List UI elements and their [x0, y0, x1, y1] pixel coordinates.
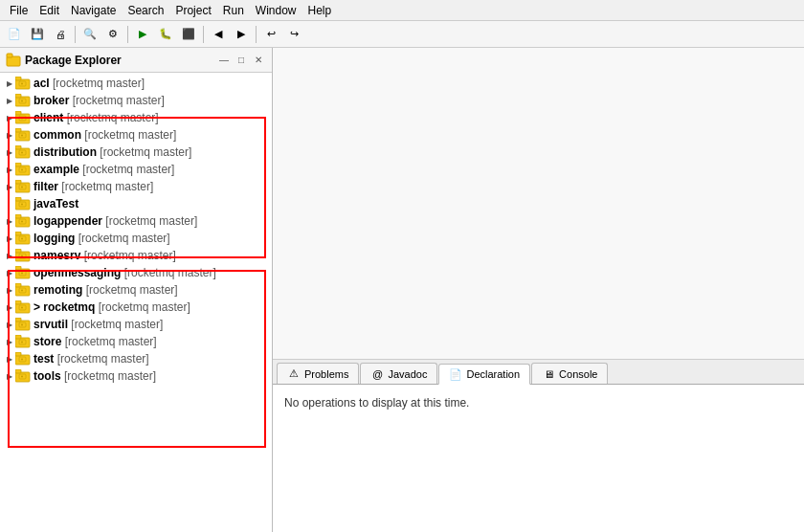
tree-item-rocketmq[interactable]: ▶ > rocketmq [rocketmq master] [0, 299, 272, 316]
tree-item-javaTest[interactable]: javaTest [0, 195, 272, 212]
svg-rect-23 [15, 163, 21, 166]
svg-point-9 [21, 100, 23, 102]
tree-label-example: example [rocketmq master] [34, 163, 174, 176]
svg-rect-1 [7, 54, 12, 57]
toolbar-new[interactable]: 📄 [4, 24, 25, 45]
tree-arrow-client: ▶ [4, 112, 15, 123]
tree-arrow-test: ▶ [4, 353, 15, 365]
menu-run[interactable]: Run [217, 2, 250, 19]
tree-item-common[interactable]: ▶ common [rocketmq master] [0, 126, 272, 144]
tree-folder-icon-example [15, 162, 31, 177]
toolbar-redo[interactable]: ↪ [283, 24, 304, 45]
tab-problems[interactable]: ⚠Problems [277, 363, 359, 384]
svg-point-65 [21, 342, 23, 344]
tree-folder-icon-tools [15, 368, 31, 384]
toolbar-print[interactable]: 🖨 [50, 24, 71, 45]
svg-point-57 [21, 307, 23, 309]
menu-window[interactable]: Window [250, 2, 302, 19]
package-explorer-panel: Package Explorer — □ ✕ ▶ acl [rocketmq m… [0, 48, 273, 532]
tree-label-tools: tools [rocketmq master] [34, 369, 156, 383]
menu-navigate[interactable]: Navigate [65, 2, 122, 19]
menu-search[interactable]: Search [122, 2, 169, 19]
svg-point-37 [21, 221, 23, 223]
svg-rect-43 [15, 249, 21, 253]
tree-arrow-filter: ▶ [4, 181, 15, 192]
tree-label-distribution: distribution [rocketmq master] [34, 145, 191, 159]
tree-folder-icon-openmessaging [15, 265, 31, 280]
tree-label-rocketmq: > rocketmq [rocketmq master] [34, 300, 190, 314]
tree-arrow-namesrv: ▶ [4, 250, 15, 261]
tree-label-javaTest: javaTest [34, 197, 78, 211]
tree-label-srvutil: srvutil [rocketmq master] [34, 318, 163, 331]
tree-item-namesrv[interactable]: ▶ namesrv [rocketmq master] [0, 247, 272, 264]
tree-item-test[interactable]: ▶ test [rocketmq master] [0, 350, 272, 367]
tree-item-logappender[interactable]: ▶ logappender [rocketmq master] [0, 212, 272, 230]
tree-item-client[interactable]: ▶ client [rocketmq master] [0, 109, 272, 126]
menu-project[interactable]: Project [169, 2, 216, 19]
svg-rect-47 [15, 266, 21, 270]
tree-label-remoting: remoting [rocketmq master] [34, 283, 178, 297]
svg-rect-59 [15, 318, 21, 321]
package-explorer-tree[interactable]: ▶ acl [rocketmq master]▶ broker [rocketm… [0, 73, 272, 532]
tree-folder-icon-filter [15, 179, 31, 194]
tab-console[interactable]: 🖥Console [531, 363, 608, 384]
tab-label-javadoc: Javadoc [388, 368, 427, 380]
panel-close[interactable]: ✕ [251, 53, 266, 68]
tab-label-problems: Problems [304, 368, 348, 380]
tab-javadoc[interactable]: @Javadoc [360, 363, 437, 384]
tree-label-logging: logging [rocketmq master] [34, 232, 170, 245]
tree-label-acl: acl [rocketmq master] [34, 77, 145, 90]
toolbar-search[interactable]: 🔍 [79, 24, 100, 45]
svg-point-49 [21, 273, 23, 275]
tree-arrow-logappender: ▶ [4, 215, 15, 227]
editor-area [273, 48, 804, 360]
toolbar-sep-1 [75, 26, 76, 43]
menu-edit[interactable]: Edit [34, 2, 65, 19]
tree-folder-icon-javaTest [15, 196, 31, 211]
toolbar-debug[interactable]: 🐛 [155, 24, 176, 45]
tree-arrow-javaTest [4, 198, 15, 210]
tree-item-broker[interactable]: ▶ broker [rocketmq master] [0, 92, 272, 109]
tree-item-distribution[interactable]: ▶ distribution [rocketmq master] [0, 144, 272, 161]
svg-point-21 [21, 152, 23, 154]
tree-folder-icon-common [15, 127, 31, 143]
svg-point-33 [21, 204, 23, 206]
tree-item-tools[interactable]: ▶ tools [rocketmq master] [0, 367, 272, 385]
tree-item-openmessaging[interactable]: ▶ openmessaging [rocketmq master] [0, 264, 272, 281]
toolbar-sep-4 [256, 26, 257, 43]
tab-label-declaration: Declaration [466, 368, 520, 380]
svg-rect-31 [15, 197, 21, 201]
toolbar-undo[interactable]: ↩ [260, 24, 281, 45]
menu-help[interactable]: Help [302, 2, 338, 19]
toolbar-sep-2 [127, 26, 128, 43]
svg-point-17 [21, 135, 23, 137]
tree-item-filter[interactable]: ▶ filter [rocketmq master] [0, 178, 272, 195]
tab-label-console: Console [559, 368, 597, 380]
toolbar-stop[interactable]: ⬛ [178, 24, 199, 45]
toolbar-settings[interactable]: ⚙ [102, 24, 123, 45]
menu-file[interactable]: File [4, 2, 34, 19]
tree-item-example[interactable]: ▶ example [rocketmq master] [0, 161, 272, 178]
tree-label-openmessaging: openmessaging [rocketmq master] [34, 266, 216, 279]
tree-arrow-logging: ▶ [4, 233, 15, 244]
panel-title: Package Explorer [25, 54, 212, 67]
tree-label-client: client [rocketmq master] [34, 111, 159, 124]
svg-rect-39 [15, 232, 21, 235]
tab-declaration[interactable]: 📄Declaration [438, 364, 530, 385]
tree-item-store[interactable]: ▶ store [rocketmq master] [0, 333, 272, 350]
svg-point-69 [21, 359, 23, 361]
tree-item-acl[interactable]: ▶ acl [rocketmq master] [0, 75, 272, 92]
toolbar-back[interactable]: ◀ [208, 24, 229, 45]
panel-minimize[interactable]: — [216, 53, 232, 68]
toolbar-save[interactable]: 💾 [27, 24, 48, 45]
tree-arrow-distribution: ▶ [4, 146, 15, 158]
tree-item-srvutil[interactable]: ▶ srvutil [rocketmq master] [0, 316, 272, 333]
toolbar-forward[interactable]: ▶ [231, 24, 252, 45]
tree-arrow-example: ▶ [4, 164, 15, 175]
tree-item-logging[interactable]: ▶ logging [rocketmq master] [0, 230, 272, 247]
tree-folder-icon-namesrv [15, 248, 31, 263]
tree-item-remoting[interactable]: ▶ remoting [rocketmq master] [0, 281, 272, 299]
toolbar-play[interactable]: ▶ [132, 24, 153, 45]
panel-maximize[interactable]: □ [234, 53, 249, 68]
tree-label-filter: filter [rocketmq master] [34, 180, 153, 193]
